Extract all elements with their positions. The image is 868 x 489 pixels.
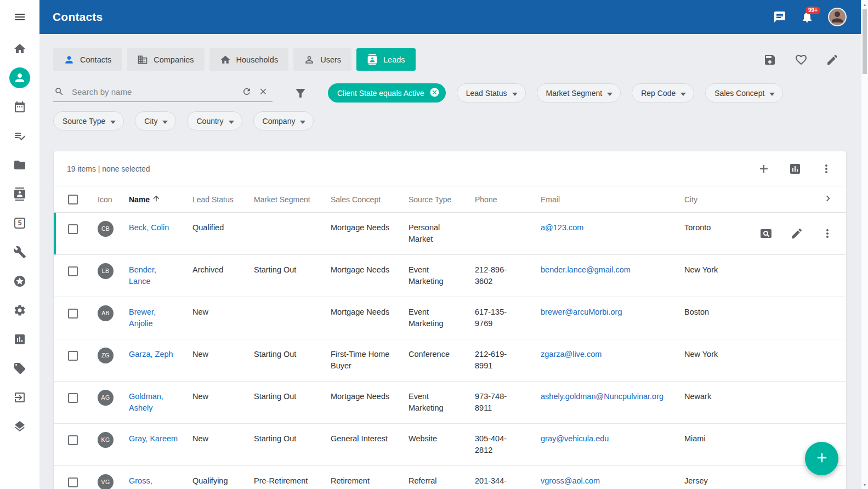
row-checkbox[interactable]: [68, 393, 78, 403]
row-checkbox[interactable]: [68, 351, 78, 361]
sidebar-item-settings[interactable]: [9, 300, 30, 321]
scrollbar[interactable]: ▲ ▼: [861, 0, 868, 489]
chip-city[interactable]: City: [135, 111, 176, 130]
column-header-market-segment[interactable]: Market Segment: [254, 186, 331, 212]
sidebar-item-reports[interactable]: [9, 329, 30, 350]
sidebar-item-calendar[interactable]: [9, 96, 30, 117]
email-link[interactable]: ashely.goldman@Nuncpulvinar.org: [541, 392, 663, 401]
clear-search-button[interactable]: [258, 87, 268, 96]
email-link[interactable]: zgarza@live.com: [541, 350, 602, 359]
chat-button[interactable]: [773, 10, 786, 24]
email-link[interactable]: vgross@aol.com: [541, 476, 600, 485]
tab-leads[interactable]: Leads: [356, 48, 416, 71]
edit-view-button[interactable]: [826, 53, 839, 66]
sidebar-item-number-5[interactable]: 5: [9, 213, 30, 234]
scroll-down-icon[interactable]: ▼: [861, 480, 868, 489]
table-row[interactable]: AB Brewer, Anjolie New Mortgage Needs Ev…: [54, 297, 846, 339]
table-row[interactable]: LB Bender, Lance Archived Starting Out M…: [54, 255, 846, 297]
contact-name-link[interactable]: Beck, Colin: [129, 223, 169, 232]
add-column-button[interactable]: [757, 162, 770, 175]
home-icon: [13, 42, 26, 55]
contact-name-link[interactable]: Brewer, Anjolie: [129, 308, 156, 328]
tab-households[interactable]: Households: [209, 48, 289, 71]
tab-companies[interactable]: Companies: [127, 48, 204, 71]
table-row[interactable]: CB Beck, Colin Qualified Mortgage Needs …: [54, 213, 846, 255]
preview-button[interactable]: [759, 227, 773, 240]
tab-contacts[interactable]: Contacts: [53, 48, 122, 71]
number-5-icon: 5: [14, 218, 25, 229]
row-checkbox[interactable]: [68, 266, 78, 276]
email-link[interactable]: brewer@arcuMorbi.org: [541, 308, 622, 316]
scroll-up-icon[interactable]: ▲: [861, 0, 868, 9]
sidebar-item-import[interactable]: [9, 387, 30, 408]
column-header-city[interactable]: City: [684, 186, 747, 212]
chip-lead-status[interactable]: Lead Status: [457, 83, 526, 103]
chevron-right-icon[interactable]: [822, 192, 834, 206]
phone-cell: 212-619-8991: [475, 339, 541, 381]
contact-name-link[interactable]: Bender, Lance: [129, 265, 156, 286]
sidebar-item-tasks[interactable]: [9, 126, 30, 146]
column-header-sales-concept[interactable]: Sales Concept: [331, 186, 409, 212]
sidebar-item-menu[interactable]: [9, 7, 30, 27]
sidebar-item-folder[interactable]: [9, 155, 30, 175]
row-checkbox[interactable]: [68, 224, 78, 234]
column-header-source-type[interactable]: Source Type: [409, 186, 475, 212]
chip-source-type[interactable]: Source Type: [53, 111, 124, 130]
row-checkbox[interactable]: [68, 435, 78, 445]
sidebar-item-home[interactable]: [9, 38, 30, 59]
filter-button[interactable]: [294, 87, 307, 100]
chart-view-button[interactable]: [788, 162, 802, 175]
table-row[interactable]: ZG Garza, Zeph New Starting Out First-Ti…: [54, 339, 846, 382]
city-cell: Jersey: [684, 466, 747, 489]
chip-market-segment[interactable]: Market Segment: [537, 83, 621, 103]
contact-name-link[interactable]: Gross,: [129, 476, 152, 485]
search-input[interactable]: [71, 87, 235, 97]
column-header-email[interactable]: Email: [541, 186, 684, 212]
row-checkbox[interactable]: [68, 309, 78, 319]
edit-row-button[interactable]: [790, 227, 803, 240]
row-checkbox[interactable]: [68, 477, 78, 487]
column-header-phone[interactable]: Phone: [475, 186, 541, 212]
column-header-name[interactable]: Name: [129, 186, 192, 212]
table-row[interactable]: AG Goldman, Ashely New Starting Out Mort…: [54, 382, 846, 424]
source-type-cell: Website: [409, 424, 475, 465]
column-header-icon[interactable]: Icon: [98, 186, 129, 212]
email-link[interactable]: a@123.com: [541, 223, 583, 232]
refresh-button[interactable]: [242, 87, 252, 96]
notifications-button[interactable]: 99+: [801, 10, 814, 24]
column-header-lead-status[interactable]: Lead Status: [192, 186, 254, 212]
leads-card-icon: [367, 54, 378, 65]
main-area: Contacts 99+ Contacts: [39, 0, 861, 489]
contact-name-link[interactable]: Garza, Zeph: [129, 350, 173, 359]
import-icon: [13, 391, 26, 404]
chip-client-state[interactable]: Client State equals Active: [328, 83, 446, 103]
table-row[interactable]: VG Gross, Qualifying Pre-Retirement Reti…: [54, 466, 846, 489]
sidebar-item-tools[interactable]: [9, 242, 30, 263]
sort-ascending-icon: [152, 194, 161, 204]
contact-name-link[interactable]: Gray, Kareem: [129, 434, 178, 443]
add-contact-fab[interactable]: [805, 442, 838, 475]
more-options-button[interactable]: [820, 162, 833, 175]
favorite-button[interactable]: [795, 53, 808, 66]
sidebar-item-favorites[interactable]: [9, 271, 30, 292]
phone-cell: 212-896-3602: [475, 255, 541, 297]
user-avatar[interactable]: [828, 8, 847, 26]
chip-sales-concept[interactable]: Sales Concept: [705, 83, 783, 103]
sidebar-item-tags[interactable]: [9, 358, 30, 379]
scrollbar-thumb[interactable]: [863, 9, 867, 74]
tab-users[interactable]: Users: [293, 48, 351, 71]
sidebar-item-layers[interactable]: [9, 416, 30, 437]
row-menu-button[interactable]: [821, 227, 834, 240]
contact-name-link[interactable]: Goldman, Ashely: [129, 392, 163, 412]
save-view-button[interactable]: [763, 53, 776, 66]
sidebar-item-contacts[interactable]: [9, 67, 30, 88]
chip-rep-code[interactable]: Rep Code: [632, 83, 694, 103]
select-all-checkbox[interactable]: [68, 195, 78, 204]
sidebar-item-address-book[interactable]: [9, 184, 30, 204]
chip-country[interactable]: Country: [187, 111, 242, 130]
remove-filter-icon[interactable]: [429, 87, 440, 99]
chip-company[interactable]: Company: [253, 111, 314, 130]
email-link[interactable]: gray@vehicula.edu: [541, 434, 609, 443]
email-link[interactable]: bender.lance@gmail.com: [541, 265, 631, 274]
table-row[interactable]: KG Gray, Kareem New Starting Out General…: [54, 424, 846, 466]
